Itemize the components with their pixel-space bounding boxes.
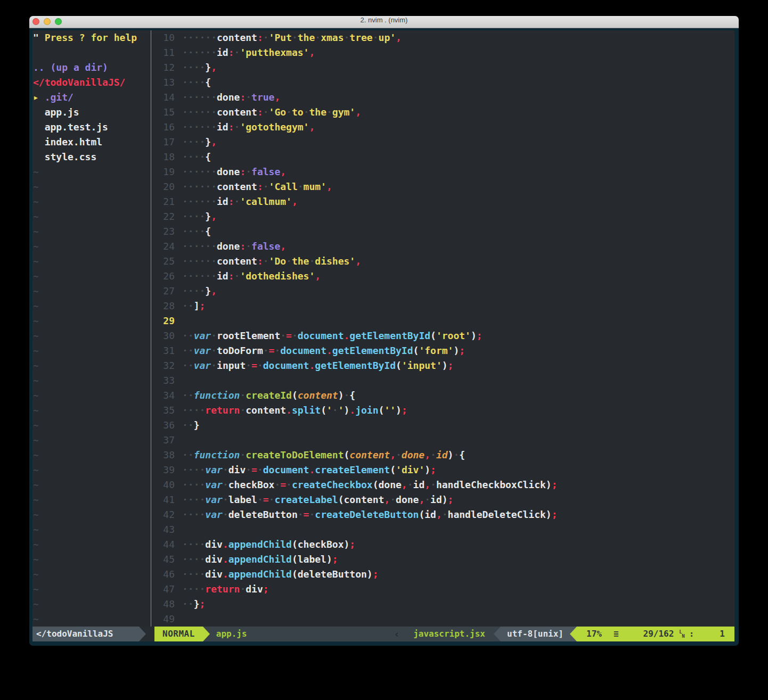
tree-item[interactable]: </todoVanillaJS/ bbox=[32, 75, 151, 90]
code-line[interactable]: 25······content:·'Do·the·dishes', bbox=[151, 254, 734, 269]
code-line[interactable]: 12····}, bbox=[151, 60, 734, 75]
tree-item[interactable]: .. (up a dir) bbox=[32, 60, 151, 75]
code-line[interactable]: 47····return·div; bbox=[151, 582, 734, 597]
code-line[interactable]: 21······id:·'callmum', bbox=[151, 194, 734, 209]
empty-line-tilde: ~ bbox=[32, 612, 151, 627]
empty-line-tilde: ~ bbox=[32, 403, 151, 418]
code-line-text: ··]; bbox=[182, 299, 205, 314]
code-line[interactable]: 20······content:·'Call·mum', bbox=[151, 179, 734, 194]
code-line[interactable]: 29 bbox=[151, 314, 734, 328]
line-number: 31 bbox=[151, 343, 175, 358]
tree-help-line[interactable]: " Press ? for help bbox=[32, 30, 151, 45]
line-number: 34 bbox=[151, 388, 175, 403]
code-line[interactable]: 16······id:·'gotothegym', bbox=[151, 120, 734, 135]
zoom-button[interactable] bbox=[55, 18, 62, 25]
code-line-text: ····div.appendChild(deleteButton); bbox=[182, 567, 379, 582]
code-line[interactable]: 35····return·content.split('·').join('')… bbox=[151, 403, 734, 418]
code-line[interactable]: 44····div.appendChild(checkBox); bbox=[151, 537, 734, 552]
code-line[interactable]: 14······done:·true, bbox=[151, 90, 734, 105]
code-line[interactable]: 40····var·checkBox·=·createCheckbox(done… bbox=[151, 477, 734, 492]
line-number: 17 bbox=[151, 135, 175, 150]
code-line[interactable]: 17····}, bbox=[151, 135, 734, 150]
code-line-text: ····}, bbox=[182, 135, 217, 150]
line-number: 13 bbox=[151, 75, 175, 90]
code-line[interactable]: 49 bbox=[151, 612, 734, 627]
code-line-text: ····div.appendChild(label); bbox=[182, 552, 338, 567]
line-number: 35 bbox=[151, 403, 175, 418]
empty-line-tilde: ~ bbox=[32, 284, 151, 299]
powerline-arrow-icon bbox=[139, 627, 146, 641]
code-line-text: ····return·div; bbox=[182, 582, 269, 597]
code-line[interactable]: 36··} bbox=[151, 418, 734, 433]
code-line-text: ····}, bbox=[182, 60, 217, 75]
tree-item[interactable]: app.test.js bbox=[32, 120, 151, 135]
tree-item[interactable]: index.html bbox=[32, 135, 151, 150]
empty-line-tilde: ~ bbox=[32, 269, 151, 284]
code-line[interactable]: 46····div.appendChild(deleteButton); bbox=[151, 567, 734, 582]
code-line-text: ····return·content.split('·').join(''); bbox=[182, 403, 407, 418]
line-number: 38 bbox=[151, 448, 175, 463]
code-line[interactable]: 27····}, bbox=[151, 284, 734, 299]
lines-icon: ≡ bbox=[614, 627, 619, 641]
code-line[interactable]: 32··var·input·=·document.getElementById(… bbox=[151, 358, 734, 373]
titlebar[interactable]: 2. nvim . (nvim) bbox=[29, 16, 739, 28]
tree-item[interactable]: app.js bbox=[32, 105, 151, 120]
empty-line-tilde: ~ bbox=[32, 567, 151, 582]
code-line[interactable]: 28··]; bbox=[151, 299, 734, 314]
statusline: </todoVanillaJS NORMAL app.js ‹ javascri… bbox=[32, 627, 734, 641]
tree-item[interactable]: ▸ .git/ bbox=[32, 90, 151, 105]
code-line[interactable]: 48··}; bbox=[151, 597, 734, 612]
code-line[interactable]: 26······id:·'dothedishes', bbox=[151, 269, 734, 284]
code-line[interactable]: 33 bbox=[151, 373, 734, 388]
code-line-text: ····}, bbox=[182, 284, 217, 299]
line-number: 40 bbox=[151, 477, 175, 492]
code-line-text: ······done:·false, bbox=[182, 164, 286, 179]
code-line[interactable]: 34··function·createId(content)·{ bbox=[151, 388, 734, 403]
tree-item[interactable]: style.css bbox=[32, 150, 151, 164]
empty-line-tilde: ~ bbox=[32, 537, 151, 552]
code-line[interactable]: 41····var·label·=·createLabel(content,·d… bbox=[151, 492, 734, 507]
code-line-text: ····{ bbox=[182, 150, 211, 164]
empty-line-tilde: ~ bbox=[32, 343, 151, 358]
code-line[interactable]: 39····var·div·=·document.createElement('… bbox=[151, 463, 734, 477]
empty-line-tilde: ~ bbox=[32, 328, 151, 343]
empty-line-tilde: ~ bbox=[32, 299, 151, 314]
code-line[interactable]: 37 bbox=[151, 433, 734, 448]
code-line[interactable]: 11······id:·'putthexmas', bbox=[151, 45, 734, 60]
code-line[interactable]: 38··function·createToDoElement(content,·… bbox=[151, 448, 734, 463]
empty-line-tilde: ~ bbox=[32, 522, 151, 537]
empty-line-tilde: ~ bbox=[32, 239, 151, 254]
editor[interactable]: 10······content:·'Put·the·xmas·tree·up',… bbox=[151, 30, 734, 627]
code-line[interactable]: 13····{ bbox=[151, 75, 734, 90]
line-number: 36 bbox=[151, 418, 175, 433]
statusline-gap bbox=[146, 627, 154, 641]
line-number: 43 bbox=[151, 522, 175, 537]
code-line-text: ······content:·'Go·to·the·gym', bbox=[182, 105, 361, 120]
code-line[interactable]: 18····{ bbox=[151, 150, 734, 164]
traffic-lights bbox=[32, 18, 62, 25]
code-line[interactable]: 31··var·toDoForm·=·document.getElementBy… bbox=[151, 343, 734, 358]
code-line[interactable]: 43 bbox=[151, 522, 734, 537]
line-number: 39 bbox=[151, 463, 175, 477]
minimize-button[interactable] bbox=[44, 18, 51, 25]
line-number-icon: LN bbox=[679, 630, 684, 638]
empty-line-tilde: ~ bbox=[32, 448, 151, 463]
code-line[interactable]: 22····}, bbox=[151, 209, 734, 224]
code-line[interactable]: 19······done:·false, bbox=[151, 164, 734, 179]
code-line[interactable]: 23····{ bbox=[151, 224, 734, 239]
empty-line-tilde: ~ bbox=[32, 463, 151, 477]
empty-line-tilde: ~ bbox=[32, 224, 151, 239]
code-line[interactable]: 15······content:·'Go·to·the·gym', bbox=[151, 105, 734, 120]
empty-line-tilde: ~ bbox=[32, 209, 151, 224]
code-line[interactable]: 24······done:·false, bbox=[151, 239, 734, 254]
code-line[interactable]: 10······content:·'Put·the·xmas·tree·up', bbox=[151, 30, 734, 45]
code-line[interactable]: 45····div.appendChild(label); bbox=[151, 552, 734, 567]
code-line[interactable]: 30··var·rootElement·=·document.getElemen… bbox=[151, 328, 734, 343]
empty-line-tilde: ~ bbox=[32, 582, 151, 597]
close-button[interactable] bbox=[32, 18, 39, 25]
empty-line-tilde: ~ bbox=[32, 388, 151, 403]
empty-line-tilde: ~ bbox=[32, 194, 151, 209]
code-line-text: ····var·checkBox·=·createCheckbox(done,·… bbox=[182, 477, 558, 492]
code-line-text: ······content:·'Put·the·xmas·tree·up', bbox=[182, 30, 402, 45]
code-line[interactable]: 42····var·deleteButton·=·createDeleteBut… bbox=[151, 507, 734, 522]
